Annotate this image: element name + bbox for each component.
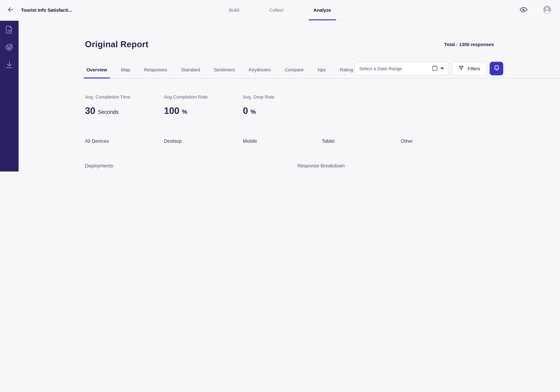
topbar-right-actions: [519, 5, 551, 15]
response-breakdown-heading: Response Breakdown: [298, 163, 494, 168]
nav-tab-build[interactable]: Build: [224, 0, 244, 20]
summary-stats: Avg. Completion Time 30 Seconds Avg.Comp…: [85, 94, 494, 116]
main-content: Original Report Total : 1350 responses O…: [19, 20, 560, 171]
calendar-icon: [431, 65, 438, 73]
app-window: Tourist Info Satisfacti... Build Collect…: [0, 0, 560, 171]
page-title: Original Report: [85, 39, 149, 49]
total-responses: Total : 1350 responses: [444, 41, 494, 47]
filters-label: Filters: [468, 66, 480, 71]
sidebar-item-export[interactable]: [4, 60, 14, 70]
survey-title: Tourist Info Satisfacti...: [21, 8, 72, 13]
preview-button[interactable]: [519, 5, 528, 15]
nav-tab-collect[interactable]: Collect: [264, 0, 289, 20]
theme-palette-icon: [5, 42, 14, 53]
stat-value: 100: [164, 105, 179, 116]
main-nav-tabs: Build Collect Analyze: [224, 0, 336, 20]
stat-drop-rate: Avg. Drop Rate 0 %: [243, 94, 322, 116]
tab-compare[interactable]: Compare: [283, 61, 305, 78]
back-arrow-icon: [7, 6, 15, 15]
stat-value: 30: [85, 105, 95, 116]
bell-icon: [493, 65, 500, 72]
left-sidebar: [0, 20, 19, 171]
date-range-placeholder: Select a Date Range: [359, 66, 402, 71]
device-tab-all[interactable]: All Devices: [85, 138, 164, 144]
stat-label: Avg. Completion Time: [85, 94, 164, 99]
stat-completion-rate: Avg.Completion Rate 100 %: [164, 94, 243, 116]
nav-tab-analyze[interactable]: Analyze: [309, 0, 336, 20]
tab-responses[interactable]: Responses: [142, 61, 169, 78]
chevron-down-icon[interactable]: [440, 68, 444, 70]
stat-completion-time: Avg. Completion Time 30 Seconds: [85, 94, 164, 116]
stat-unit: Seconds: [98, 109, 119, 115]
tab-standard[interactable]: Standard: [180, 61, 201, 78]
device-tab-tablet[interactable]: Tablet: [322, 138, 401, 144]
deployments-panel: Deployments 050100150200Total Response C…: [85, 163, 298, 172]
top-bar: Tourist Info Satisfacti... Build Collect…: [0, 0, 560, 21]
report-document-icon: [5, 25, 14, 35]
tab-map[interactable]: Map: [120, 61, 131, 78]
report-tabs-row: Overview Map Responses Standard Sentimen…: [85, 61, 560, 78]
download-icon: [5, 60, 14, 70]
stat-value: 0: [243, 105, 248, 116]
tab-sentiment[interactable]: Sentiment: [212, 61, 236, 78]
filters-button[interactable]: Filters: [452, 62, 487, 75]
tab-keydrivers[interactable]: Keydrivers: [247, 61, 272, 78]
device-tab-other[interactable]: Other: [401, 138, 480, 144]
alerts-button[interactable]: [490, 62, 503, 75]
deployments-heading: Deployments: [85, 163, 298, 168]
charts-section: Deployments 050100150200Total Response C…: [85, 163, 494, 172]
user-avatar-icon: [543, 5, 551, 15]
device-tab-desktop[interactable]: Desktop: [164, 138, 243, 144]
report-controls: Select a Date Range: [355, 62, 503, 75]
tab-overview[interactable]: Overview: [85, 61, 109, 78]
tab-nps[interactable]: Nps: [316, 61, 327, 78]
device-tab-mobile[interactable]: Mobile: [243, 138, 322, 144]
filter-funnel-icon: [458, 65, 464, 72]
stat-label: Avg. Drop Rate: [243, 94, 322, 99]
date-range-picker[interactable]: Select a Date Range: [355, 62, 449, 75]
stat-unit: %: [182, 108, 187, 116]
eye-icon: [519, 5, 528, 15]
device-filter-tabs: All Devices Desktop Mobile Tablet Other: [85, 138, 494, 144]
report-tabs: Overview Map Responses Standard Sentimen…: [85, 61, 355, 78]
account-button[interactable]: [543, 5, 551, 15]
sidebar-item-theme[interactable]: [4, 42, 14, 52]
back-button[interactable]: [5, 5, 16, 16]
response-breakdown-panel: Response Breakdown 036912151821242730333…: [298, 163, 494, 172]
report-header: Original Report Total : 1350 responses: [85, 39, 494, 49]
stat-unit: %: [250, 108, 256, 116]
sidebar-item-report[interactable]: [4, 25, 14, 35]
tab-rating[interactable]: Rating: [339, 61, 355, 78]
stat-label: Avg.Completion Rate: [164, 94, 243, 99]
